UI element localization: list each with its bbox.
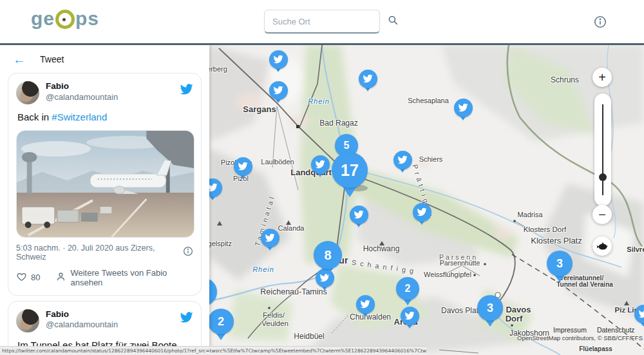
- twitter-bird-icon: [273, 85, 283, 95]
- tweet-marker[interactable]: [269, 50, 288, 69]
- tweet-marker[interactable]: [234, 157, 252, 176]
- twitter-bird-icon: [417, 207, 427, 217]
- more-tweets-link[interactable]: Weitere Tweets von Fabio ansehen: [70, 268, 193, 287]
- map-place-label: Dorf: [506, 314, 523, 323]
- twitter-bird-icon: [363, 73, 373, 84]
- avatar: [16, 81, 39, 104]
- cluster-marker[interactable]: [209, 278, 217, 306]
- back-button[interactable]: ←: [9, 52, 30, 66]
- cluster-marker[interactable]: 3: [547, 251, 573, 276]
- map-place-label: Klosters Platz: [531, 236, 582, 245]
- like-count: 80: [31, 273, 40, 282]
- osm-attribution: OpenStreetMap contributors, © SBB/CFF/FF…: [517, 334, 643, 341]
- twitter-bird-icon: [273, 54, 283, 64]
- tweet-marker[interactable]: [356, 295, 375, 314]
- map-place-label: Veulden: [261, 320, 289, 327]
- tweet-marker[interactable]: [261, 229, 279, 247]
- map-place-label: Madrisa: [517, 211, 542, 218]
- zoom-in-button[interactable]: +: [592, 68, 612, 87]
- map-place-label: Bad Ragaz: [319, 119, 357, 128]
- map-place-label: Churwalden: [350, 312, 391, 321]
- map-place-label: Reichenau-Tamins: [260, 287, 327, 296]
- impressum-link[interactable]: Impressum: [553, 326, 587, 334]
- tweet-photo-airport[interactable]: [16, 130, 194, 238]
- twitter-icon[interactable]: [180, 311, 193, 327]
- tweet-marker[interactable]: [401, 307, 419, 325]
- like-icon[interactable]: [16, 271, 27, 284]
- map-place-label: Rhein: [252, 265, 274, 273]
- twitter-bird-icon: [354, 209, 364, 220]
- zoom-slider[interactable]: [594, 93, 611, 206]
- tweet-marker[interactable]: [634, 305, 644, 323]
- panel-title: Tweet: [40, 54, 64, 64]
- tweet-marker[interactable]: [454, 99, 473, 117]
- bird-layer-icon: [596, 242, 608, 251]
- tweet-author-handle: @calandamountain: [46, 92, 180, 102]
- cluster-marker[interactable]: 17: [332, 152, 368, 188]
- map-place-label: Weissfluhgipfel: [424, 271, 471, 278]
- geops-logo: geps: [31, 9, 99, 28]
- tweet-marker[interactable]: [393, 151, 412, 169]
- tweet-marker[interactable]: [209, 178, 222, 197]
- tweet-marker[interactable]: [359, 70, 377, 88]
- app-header: geps: [0, 0, 644, 45]
- map-place-label: Flüelapass: [579, 345, 612, 352]
- zoom-slider-track: [602, 104, 603, 195]
- datenschutz-link[interactable]: Datenschutz: [597, 326, 634, 334]
- tweet-card: Fabio @calandamountain Back in #Switzerl…: [8, 73, 202, 296]
- map-place-label: Sargans: [243, 104, 276, 114]
- tweet-marker[interactable]: [413, 203, 431, 222]
- profile-icon: [55, 271, 66, 284]
- tweet-text: Back in #Switzerland: [17, 111, 192, 124]
- cluster-marker[interactable]: 3: [477, 295, 503, 321]
- tweet-marker[interactable]: [350, 206, 368, 224]
- zoom-out-button[interactable]: −: [592, 205, 612, 224]
- cluster-marker[interactable]: 8: [314, 241, 342, 269]
- map-place-label: Laulböden: [261, 158, 294, 166]
- map-place-label: Schruns: [551, 75, 579, 84]
- twitter-bird-icon: [638, 309, 644, 319]
- twitter-bird-icon: [404, 311, 415, 321]
- zoom-slider-handle[interactable]: [599, 173, 607, 181]
- avatar: [16, 309, 39, 332]
- map-place-label: Heidbüel: [294, 332, 324, 341]
- hashtag-link[interactable]: #Switzerland: [52, 111, 107, 122]
- bird-layer-button[interactable]: [592, 236, 612, 256]
- twitter-bird-icon: [397, 155, 408, 165]
- search-input[interactable]: [271, 16, 387, 27]
- logo-o-ring: [55, 10, 75, 29]
- map-place-label: Schesaplana: [408, 97, 449, 104]
- map-overlay: FlumserbergSchrunsSchesaplanaSargansRhei…: [209, 45, 644, 355]
- map-place-label: Ringelspitz: [209, 240, 232, 247]
- info-button[interactable]: [594, 15, 607, 30]
- cluster-marker[interactable]: 2: [209, 309, 234, 334]
- tweet-sidebar: ← Tweet Fabio @calandamountain Back in #…: [0, 45, 209, 355]
- map-place-label: Hochwang: [363, 244, 400, 253]
- map-place-label: Davos: [506, 305, 531, 314]
- twitter-bird-icon: [458, 102, 468, 113]
- tweet-author-handle: @calandamountain: [46, 320, 180, 330]
- twitter-bird-icon: [360, 299, 370, 309]
- map-place-label: Rhein: [308, 97, 330, 105]
- map-canvas[interactable]: FlumserbergSchrunsSchesaplanaSargansRhei…: [209, 45, 644, 355]
- search-icon[interactable]: [387, 14, 399, 28]
- search-box[interactable]: [264, 10, 380, 34]
- tweet-timestamp: 5:03 nachm. · 20. Juli 2020 aus Zizers, …: [16, 244, 183, 262]
- map-place-label: Schanfigg: [351, 258, 418, 275]
- map-place-label: Davos Platz: [441, 306, 482, 315]
- twitter-icon[interactable]: [180, 82, 193, 99]
- tweet-marker[interactable]: [311, 155, 330, 174]
- map-place-label: Calanda: [278, 224, 305, 232]
- twitter-bird-icon: [315, 159, 325, 169]
- tweet-marker[interactable]: [269, 81, 288, 100]
- map-place-label: Feldis/: [263, 311, 285, 319]
- panel-header: ← Tweet: [0, 45, 209, 73]
- map-place-label: Silvretta: [627, 245, 644, 253]
- tweet-info-icon[interactable]: [183, 246, 193, 258]
- twitter-bird-icon: [265, 233, 275, 243]
- cluster-marker[interactable]: 2: [396, 277, 419, 300]
- map-attribution-links: Impressum Datenschutz: [553, 326, 634, 334]
- twitter-bird-icon: [238, 161, 248, 171]
- map-place-label: Klosters Dorf: [524, 225, 566, 233]
- twitter-bird-icon: [209, 182, 218, 193]
